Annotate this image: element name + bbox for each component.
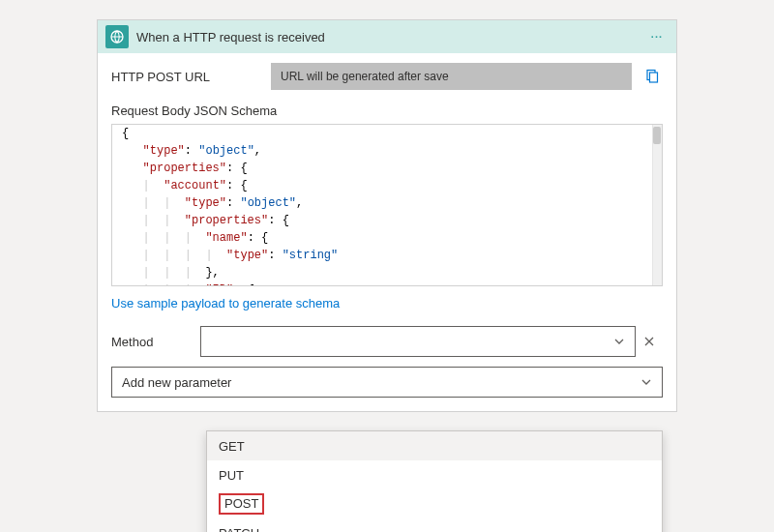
card-header[interactable]: When a HTTP request is received ···	[98, 20, 676, 53]
method-clear-button[interactable]	[643, 336, 663, 347]
chevron-down-icon	[613, 336, 625, 347]
schema-editor[interactable]: { "type": "object", "properties": { | "a…	[111, 124, 663, 286]
method-dropdown[interactable]	[200, 326, 636, 357]
code-token: "name"	[205, 231, 247, 245]
schema-label: Request Body JSON Schema	[111, 103, 663, 118]
method-option-put[interactable]: PUT	[207, 460, 662, 489]
trigger-card: When a HTTP request is received ··· HTTP…	[97, 19, 677, 412]
schema-scrollbar[interactable]	[652, 125, 662, 285]
chevron-down-icon	[640, 376, 652, 388]
option-label: PUT	[219, 468, 244, 483]
method-option-post[interactable]: POST	[207, 489, 662, 518]
url-readonly-field: URL will be generated after save	[271, 63, 632, 90]
code-token: "properties"	[185, 214, 268, 227]
code-token: "type"	[143, 144, 185, 158]
method-dropdown-menu: GET PUT POST PATCH DELETE Enter custom v…	[206, 430, 663, 532]
method-row: Method	[111, 326, 663, 357]
card-title: When a HTTP request is received	[136, 30, 645, 44]
add-parameter-dropdown[interactable]: Add new parameter	[111, 367, 663, 398]
code-token: },	[205, 266, 219, 280]
code-token: "ID"	[205, 283, 233, 286]
method-option-get[interactable]: GET	[207, 431, 662, 460]
code-token: "account"	[164, 179, 226, 192]
option-label: PATCH	[219, 526, 259, 533]
option-label: POST	[219, 493, 264, 515]
card-body: HTTP POST URL URL will be generated afte…	[98, 53, 676, 411]
option-label: GET	[219, 439, 245, 454]
code-token: {	[122, 127, 129, 140]
add-parameter-label: Add new parameter	[122, 375, 231, 390]
card-menu-button[interactable]: ···	[645, 31, 669, 43]
method-option-patch[interactable]: PATCH	[207, 518, 662, 532]
method-label: Method	[111, 335, 193, 349]
add-param-row: Add new parameter	[111, 367, 663, 398]
code-token: "object"	[198, 144, 254, 158]
close-icon	[643, 336, 655, 347]
scrollbar-thumb[interactable]	[653, 127, 661, 144]
copy-url-button[interactable]	[641, 69, 663, 84]
code-token: "properties"	[143, 162, 226, 175]
code-token: "type"	[226, 249, 268, 262]
url-label: HTTP POST URL	[111, 70, 271, 84]
url-row: HTTP POST URL URL will be generated afte…	[111, 63, 663, 90]
svg-rect-2	[650, 73, 658, 82]
code-token: "object"	[240, 196, 296, 210]
sample-payload-link[interactable]: Use sample payload to generate schema	[111, 296, 340, 310]
code-token: "string"	[283, 249, 339, 262]
code-token: "type"	[185, 196, 226, 210]
globe-icon	[105, 25, 129, 48]
copy-icon	[644, 69, 660, 84]
